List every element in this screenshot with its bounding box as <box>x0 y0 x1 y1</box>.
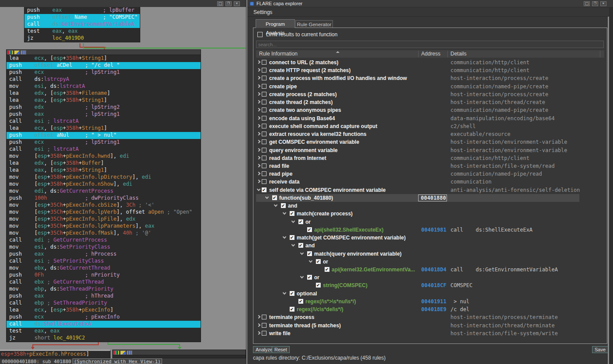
basic-block-top[interactable]: push eax ; lpBufferpush offset Name ; "C… <box>24 7 140 42</box>
chevron-right-icon[interactable] <box>257 92 260 96</box>
chevron-right-icon[interactable] <box>257 116 260 119</box>
rule-row[interactable]: write filehost-interaction/file-system/w… <box>256 329 604 337</box>
graph-node-edit-icon[interactable] <box>14 50 20 55</box>
rule-row[interactable]: create pipecommunication/named-pipe/crea… <box>256 83 604 90</box>
rule-row[interactable]: create thread (2 matches)host-interactio… <box>256 98 604 106</box>
asm-line[interactable]: mov [esp+35Ch+pExecInfo.cbSize], 3Ch ; '… <box>7 202 201 209</box>
rule-node-row[interactable]: api(kernel32.GetEnvironmentVa...004018D4… <box>256 266 604 274</box>
asm-line[interactable]: lea edx, [esp+358h+Buffer] <box>7 160 201 167</box>
chevron-right-icon[interactable] <box>257 108 260 111</box>
row-checkbox[interactable] <box>262 163 267 168</box>
row-checkbox[interactable] <box>262 107 267 112</box>
asm-line[interactable]: push eax ; hProcess <box>7 251 201 258</box>
basic-block-bottom-right[interactable] <box>112 350 246 358</box>
asm-line[interactable]: jz loc_4019D0 <box>24 35 140 42</box>
row-checkbox[interactable] <box>262 124 267 128</box>
chevron-right-icon[interactable] <box>257 331 260 335</box>
row-checkbox[interactable] <box>316 283 321 288</box>
asm-line[interactable]: mov esi, ds:SetPriorityClass <box>7 244 201 251</box>
row-checkbox[interactable] <box>262 323 267 328</box>
asm-line[interactable]: call ds:GetEnvironmentVariableA <box>24 21 140 28</box>
row-checkbox[interactable] <box>262 156 267 160</box>
menu-settings[interactable]: Settings <box>252 9 274 15</box>
asm-line[interactable]: push edx ; lpString2 <box>7 104 201 111</box>
rule-row[interactable]: read pipecommunication/named-pipe/read <box>256 170 604 178</box>
row-checkbox[interactable] <box>307 275 312 280</box>
basic-block-bottom-left[interactable]: esp+358h+pExecInfo.hProcess] <box>0 350 111 358</box>
chevron-right-icon[interactable] <box>257 172 260 175</box>
chevron-right-icon[interactable] <box>257 124 260 128</box>
asm-line[interactable]: push eax ; lpBuffer <box>24 7 140 14</box>
asm-line[interactable]: push offset Name ; "COMSPEC" <box>24 14 140 21</box>
row-checkbox[interactable] <box>262 84 267 89</box>
graph-canvas[interactable]: push eax ; lpBufferpush offset Name ; "C… <box>0 7 246 364</box>
row-checkbox[interactable] <box>262 148 267 153</box>
asm-line[interactable]: mov [esp+35Ch+pExecInfo.fMask], 40h ; '@… <box>7 230 201 237</box>
asm-line[interactable]: push 100h ; dwPriorityClass <box>7 195 201 202</box>
chevron-right-icon[interactable] <box>257 68 260 72</box>
asm-line[interactable]: call ds:lstrcpyA <box>7 76 201 83</box>
row-checkbox[interactable] <box>262 60 267 65</box>
chevron-right-icon[interactable] <box>257 76 260 80</box>
chevron-right-icon[interactable] <box>257 180 260 183</box>
rule-node-row[interactable]: function(sub_401880)00401880 <box>256 194 604 202</box>
row-checkbox[interactable] <box>262 187 267 192</box>
rule-node-row[interactable]: and <box>256 242 604 250</box>
chevron-right-icon[interactable] <box>257 156 260 159</box>
rule-node-row[interactable]: match(get COMSPEC environment variable) <box>256 234 604 242</box>
row-checkbox[interactable] <box>307 251 312 256</box>
row-checkbox[interactable] <box>262 315 267 319</box>
rule-row[interactable]: read data from Internetcommunication/htt… <box>256 154 604 162</box>
chevron-right-icon[interactable] <box>257 132 260 135</box>
asm-line[interactable]: push ecx ; lpString1 <box>7 139 201 146</box>
chevron-right-icon[interactable] <box>257 140 260 143</box>
asm-line[interactable]: push eax ; lpString1 <box>7 111 201 118</box>
restore-icon[interactable] <box>592 1 598 6</box>
row-checkbox[interactable] <box>290 291 294 296</box>
row-checkbox[interactable] <box>262 100 267 104</box>
rule-node-row[interactable]: regex(/\/c\s*del\s*/)004018E9/c del <box>256 305 604 313</box>
chevron-right-icon[interactable] <box>257 315 260 319</box>
asm-line[interactable]: push offset aNul ; " > nul" <box>7 132 201 139</box>
rule-node-row[interactable]: regex(/\s*>\s*nul\s*/)00401911 > nul <box>256 298 604 305</box>
chevron-right-icon[interactable] <box>257 323 260 326</box>
asm-line[interactable]: push ecx ; pExecInfo <box>7 314 201 321</box>
row-checkbox[interactable] <box>272 195 277 200</box>
asm-line[interactable]: call esi ; lstrcatA <box>7 118 201 125</box>
row-checkbox[interactable] <box>290 307 294 312</box>
asm-line[interactable]: test eax, eax <box>24 28 140 35</box>
save-button[interactable]: Save <box>592 346 608 353</box>
row-checkbox[interactable] <box>298 219 303 224</box>
asm-line[interactable]: call edi ; GetCurrentProcess <box>7 237 201 244</box>
chevron-down-icon[interactable] <box>283 235 286 239</box>
rule-row[interactable]: receive datacommunication <box>256 178 604 186</box>
tab-rule-generator[interactable]: Rule Generator <box>295 20 333 28</box>
chevron-down-icon[interactable] <box>265 195 269 199</box>
row-checkbox[interactable] <box>262 76 267 80</box>
asm-line[interactable]: mov edi, ds:GetCurrentProcess <box>7 188 201 195</box>
row-checkbox[interactable] <box>262 116 267 121</box>
restore-icon[interactable] <box>225 1 232 6</box>
rule-row[interactable]: query environment variablehost-interacti… <box>256 146 604 154</box>
close-icon[interactable] <box>234 1 240 6</box>
asm-line[interactable]: push offset aCDel ; "/c del " <box>7 62 201 69</box>
asm-line[interactable]: call esi ; lstrcatA <box>7 146 201 153</box>
row-checkbox[interactable] <box>298 299 303 304</box>
chevron-down-icon[interactable] <box>291 219 295 222</box>
chevron-right-icon[interactable] <box>257 164 260 167</box>
reset-button[interactable]: Reset <box>272 346 290 353</box>
chevron-down-icon[interactable] <box>283 211 286 215</box>
asm-line[interactable]: call ebx ; GetCurrentThread <box>7 279 201 286</box>
rule-node-row[interactable]: match(create process) <box>256 210 604 218</box>
maximize-icon[interactable] <box>584 1 590 6</box>
capa-titlebar[interactable]: FLARE capa explorer <box>247 0 613 7</box>
row-checkbox[interactable] <box>316 259 321 264</box>
rule-node-row[interactable]: string(COMSPEC)004018CFCOMSPEC <box>256 281 604 289</box>
asm-line[interactable]: lea ecx, [esp+358h+pExecInfo] <box>7 307 201 314</box>
chevron-right-icon[interactable] <box>257 84 260 87</box>
rule-node-row[interactable]: or <box>256 258 604 266</box>
close-icon[interactable] <box>600 1 606 6</box>
asm-line[interactable]: push ecx ; lpString1 <box>7 69 201 76</box>
rule-row[interactable]: create process (2 matches)host-interacti… <box>256 90 604 98</box>
row-checkbox[interactable] <box>298 243 303 248</box>
